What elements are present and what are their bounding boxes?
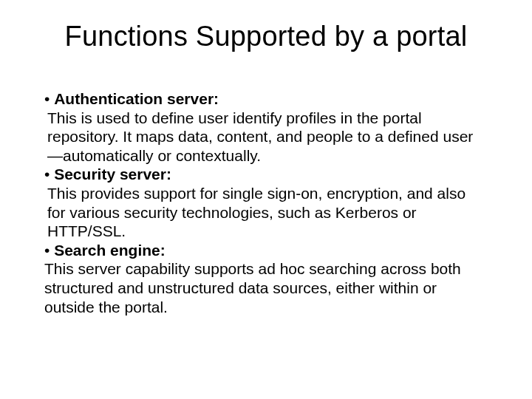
slide-title: Functions Supported by a portal <box>44 21 488 52</box>
bullet-auth-heading: • Authentication server: <box>44 89 488 109</box>
heading-search: Search engine: <box>54 242 166 259</box>
slide-body: • Authentication server: This is used to… <box>44 89 488 316</box>
text-security: This provides support for single sign-on… <box>44 184 488 241</box>
bullet-security-heading: • Security server: <box>44 165 488 184</box>
bullet-glyph: • <box>44 166 54 183</box>
slide: Functions Supported by a portal • Authen… <box>0 0 532 399</box>
bullet-glyph: • <box>44 90 54 107</box>
bullet-glyph: • <box>44 242 54 259</box>
heading-auth: Authentication server: <box>54 90 219 107</box>
bullet-search-heading: • Search engine: <box>44 241 488 260</box>
text-auth: This is used to define user identify pro… <box>44 109 488 166</box>
text-search: This server capability supports ad hoc s… <box>44 259 488 316</box>
heading-security: Security server: <box>54 166 171 183</box>
